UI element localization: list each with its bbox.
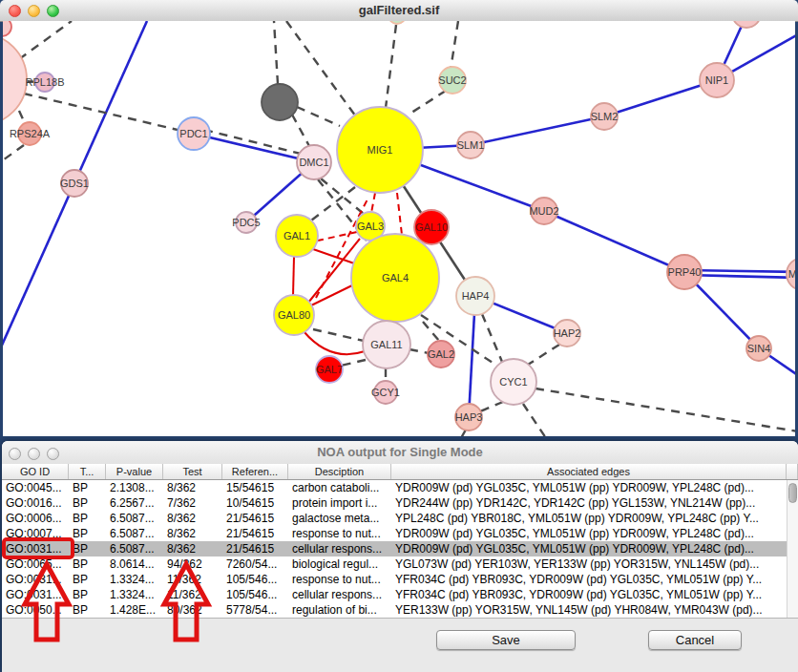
table-cell[interactable]: GO:0006... xyxy=(2,511,69,526)
table-cell[interactable]: GO:0007... xyxy=(2,526,69,541)
table-cell[interactable]: cellular respons... xyxy=(288,541,391,556)
table-cell[interactable]: 8.0614... xyxy=(106,556,163,572)
table-cell[interactable]: GO:0031... xyxy=(2,541,69,556)
table-cell[interactable]: 8/362 xyxy=(163,526,222,541)
column-header[interactable]: Test xyxy=(163,464,222,479)
network-node-GAL10[interactable]: GAL10 xyxy=(414,210,449,244)
column-header[interactable]: GO ID xyxy=(2,464,69,479)
table-cell[interactable]: 8/362 xyxy=(163,511,222,526)
scrollbar-thumb[interactable] xyxy=(788,483,797,503)
table-cell[interactable]: protein import i... xyxy=(288,495,391,511)
network-node-MSN4[interactable]: MSN4 xyxy=(787,258,795,290)
table-cell[interactable]: BP xyxy=(69,495,106,511)
table-cell[interactable]: 6.5087... xyxy=(106,511,163,526)
table-cell[interactable]: GO:0045... xyxy=(2,480,69,495)
table-cell[interactable]: 1.428E... xyxy=(106,602,163,618)
table-cell[interactable]: 105/546... xyxy=(222,587,288,602)
table-row[interactable]: GO:0006...BP6.5087...8/36221/54615galact… xyxy=(2,511,798,526)
table-cell[interactable]: YPL248C (pd) YBR018C, YML051W (pp) YDR00… xyxy=(391,511,787,526)
network-node-SLM2[interactable]: SLM2 xyxy=(591,103,619,130)
network-node-GAL11[interactable]: GAL11 xyxy=(363,321,410,368)
network-node-CYC1[interactable]: CYC1 xyxy=(491,359,536,405)
column-header[interactable]: Referen... xyxy=(222,464,288,479)
noa-window-titlebar[interactable]: NOA output for Single Mode xyxy=(2,441,798,465)
save-button[interactable]: Save xyxy=(436,630,576,650)
table-row[interactable]: GO:0007...BP6.5087...8/36221/54615respon… xyxy=(2,526,798,541)
table-cell[interactable]: 6.2567... xyxy=(106,495,163,511)
column-header[interactable]: Associated edges xyxy=(391,464,787,479)
table-cell[interactable]: YFR034C (pd) YBR093C, YDR009W (pd) YGL03… xyxy=(391,587,787,602)
table-cell[interactable]: galactose meta... xyxy=(288,511,391,526)
network-node-GAL1[interactable]: GAL1 xyxy=(276,215,318,257)
table-cell[interactable]: 11/362 xyxy=(163,587,222,602)
network-node-HAP2[interactable]: HAP2 xyxy=(554,320,581,346)
vertical-scrollbar[interactable] xyxy=(787,480,798,618)
table-cell[interactable]: 5778/54... xyxy=(222,602,288,618)
table-cell[interactable]: 8/362 xyxy=(163,480,222,495)
table-cell[interactable]: 8/362 xyxy=(163,541,222,556)
cancel-button[interactable]: Cancel xyxy=(648,630,742,650)
table-cell[interactable]: BP xyxy=(69,572,106,587)
network-node-unlabeled[interactable] xyxy=(388,21,406,24)
table-cell[interactable]: 80/362 xyxy=(163,602,222,618)
table-cell[interactable]: BP xyxy=(69,511,106,526)
table-cell[interactable]: 1.3324... xyxy=(106,587,163,602)
table-cell[interactable]: 7/362 xyxy=(163,495,222,511)
network-node-HAP3[interactable]: HAP3 xyxy=(455,404,483,430)
network-node-GAL7[interactable]: GAL7 xyxy=(316,356,343,383)
table-cell[interactable]: 2.1308... xyxy=(106,480,163,495)
table-row[interactable]: GO:0031...BP6.5087...8/36221/54615cellul… xyxy=(2,541,798,556)
network-node-unlabeled[interactable] xyxy=(3,21,11,36)
table-cell[interactable]: 21/54615 xyxy=(222,511,288,526)
table-cell[interactable]: 1.3324... xyxy=(106,572,163,587)
network-node-MUD2[interactable]: MUD2 xyxy=(529,198,558,224)
table-cell[interactable]: BP xyxy=(69,602,106,618)
network-node-GAL4[interactable]: GAL4 xyxy=(351,234,439,322)
table-cell[interactable]: YDR244W (pp) YDR142C, YDR142C (pp) YGL15… xyxy=(391,495,787,511)
network-node-SUC2[interactable]: SUC2 xyxy=(438,67,466,94)
network-node-unlabeled[interactable] xyxy=(732,21,761,28)
table-row[interactable]: GO:0050...BP1.428E...80/3625778/54...reg… xyxy=(2,602,798,618)
table-cell[interactable]: YDR009W (pd) YGL035C, YML051W (pp) YDR00… xyxy=(391,541,787,556)
table-cell[interactable]: BP xyxy=(69,541,106,556)
network-node-SIN4[interactable]: SIN4 xyxy=(746,336,771,361)
table-row[interactable]: GO:0065...BP8.0614...94/3627260/54...bio… xyxy=(2,556,798,572)
network-node-GCY1[interactable]: GCY1 xyxy=(371,381,400,404)
table-cell[interactable]: 7260/54... xyxy=(222,556,288,572)
column-header[interactable]: Desciption xyxy=(288,464,391,479)
table-cell[interactable]: GO:0031... xyxy=(2,587,69,602)
table-cell[interactable]: response to nut... xyxy=(288,526,391,541)
network-node-NIP1[interactable]: NIP1 xyxy=(700,63,734,97)
network-node-GDS1[interactable]: GDS1 xyxy=(60,170,89,197)
table-cell[interactable]: regulation of bi... xyxy=(288,602,391,618)
table-cell[interactable]: response to nut... xyxy=(288,572,391,587)
network-node-unlabeled[interactable] xyxy=(3,33,27,125)
table-cell[interactable]: biological regul... xyxy=(288,556,391,572)
table-row[interactable]: GO:0031...BP1.3324...11/362105/546...cel… xyxy=(2,587,798,602)
network-node-GAL80[interactable]: GAL80 xyxy=(274,295,314,335)
network-node-MIG1[interactable]: MIG1 xyxy=(337,107,423,193)
table-cell[interactable]: 105/546... xyxy=(222,572,288,587)
table-cell[interactable]: 21/54615 xyxy=(222,526,288,541)
table-row[interactable]: GO:0016...BP6.2567...7/36210/54615protei… xyxy=(2,495,798,511)
table-cell[interactable]: cellular respons... xyxy=(288,587,391,602)
table-cell[interactable]: GO:0065... xyxy=(2,556,69,572)
column-header[interactable] xyxy=(787,464,798,479)
table-cell[interactable]: BP xyxy=(69,556,106,572)
table-cell[interactable]: 10/54615 xyxy=(222,495,288,511)
table-cell[interactable]: 11/362 xyxy=(163,572,222,587)
table-cell[interactable]: YDR009W (pd) YGL035C, YML051W (pp) YDR00… xyxy=(391,526,787,541)
table-cell[interactable]: YFR034C (pd) YBR093C, YDR009W (pd) YGL03… xyxy=(391,572,787,587)
table-cell[interactable]: YER133W (pp) YOR315W, YNL145W (pd) YHR08… xyxy=(391,602,787,618)
table-cell[interactable]: GO:0031... xyxy=(2,572,69,587)
network-window-titlebar[interactable]: galFiltered.sif xyxy=(0,0,798,22)
table-cell[interactable]: YGL073W (pd) YER103W, YER133W (pp) YOR31… xyxy=(391,556,787,572)
column-header[interactable]: P-value xyxy=(106,464,163,479)
table-cell[interactable]: 94/362 xyxy=(163,556,222,572)
table-cell[interactable]: 15/54615 xyxy=(222,480,288,495)
table-cell[interactable]: BP xyxy=(69,526,106,541)
table-cell[interactable]: BP xyxy=(69,587,106,602)
table-row[interactable]: GO:0045...BP2.1308...8/36215/54615carbon… xyxy=(2,480,798,495)
table-cell[interactable]: 6.5087... xyxy=(106,541,163,556)
table-row[interactable]: GO:0031...BP1.3324...11/362105/546...res… xyxy=(2,572,798,587)
